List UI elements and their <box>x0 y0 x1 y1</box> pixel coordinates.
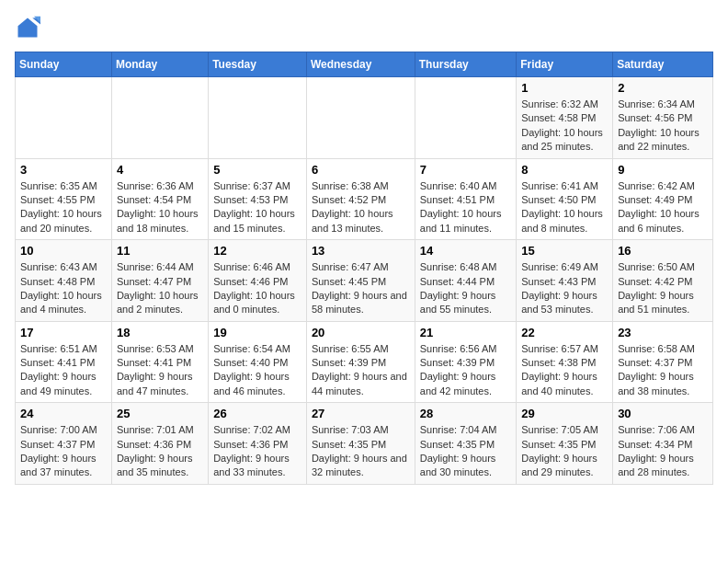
calendar-cell: 22Sunrise: 6:57 AM Sunset: 4:38 PM Dayli… <box>517 321 613 403</box>
day-header-saturday: Saturday <box>613 52 713 77</box>
day-info: Sunrise: 6:44 AM Sunset: 4:47 PM Dayligh… <box>117 260 203 317</box>
svg-marker-0 <box>18 18 38 38</box>
calendar-header: SundayMondayTuesdayWednesdayThursdayFrid… <box>16 52 713 77</box>
day-info: Sunrise: 6:53 AM Sunset: 4:41 PM Dayligh… <box>117 342 203 399</box>
day-number: 21 <box>420 326 511 339</box>
logo <box>15 15 44 40</box>
day-number: 20 <box>312 326 410 339</box>
day-info: Sunrise: 6:47 AM Sunset: 4:45 PM Dayligh… <box>312 260 410 317</box>
day-info: Sunrise: 6:50 AM Sunset: 4:42 PM Dayligh… <box>618 260 708 317</box>
calendar-cell <box>306 77 415 159</box>
day-number: 18 <box>117 326 203 339</box>
day-info: Sunrise: 6:40 AM Sunset: 4:51 PM Dayligh… <box>420 179 511 236</box>
calendar-cell: 13Sunrise: 6:47 AM Sunset: 4:45 PM Dayli… <box>306 240 415 322</box>
day-number: 29 <box>521 407 608 420</box>
day-info: Sunrise: 7:06 AM Sunset: 4:34 PM Dayligh… <box>618 423 708 480</box>
calendar-cell: 30Sunrise: 7:06 AM Sunset: 4:34 PM Dayli… <box>613 403 713 485</box>
calendar-cell: 2Sunrise: 6:34 AM Sunset: 4:56 PM Daylig… <box>613 77 713 159</box>
calendar-cell: 28Sunrise: 7:04 AM Sunset: 4:35 PM Dayli… <box>415 403 516 485</box>
day-number: 6 <box>312 163 410 177</box>
day-number: 24 <box>20 407 107 420</box>
day-info: Sunrise: 7:01 AM Sunset: 4:36 PM Dayligh… <box>117 423 203 480</box>
day-info: Sunrise: 6:42 AM Sunset: 4:49 PM Dayligh… <box>618 179 708 236</box>
day-info: Sunrise: 6:35 AM Sunset: 4:55 PM Dayligh… <box>20 179 107 236</box>
calendar-cell: 24Sunrise: 7:00 AM Sunset: 4:37 PM Dayli… <box>16 403 112 485</box>
calendar-cell <box>16 77 112 159</box>
day-number: 1 <box>521 81 608 95</box>
day-number: 23 <box>618 326 708 339</box>
day-number: 17 <box>20 326 107 339</box>
calendar-cell: 10Sunrise: 6:43 AM Sunset: 4:48 PM Dayli… <box>16 240 112 322</box>
calendar-cell: 7Sunrise: 6:40 AM Sunset: 4:51 PM Daylig… <box>415 158 516 240</box>
calendar-cell: 21Sunrise: 6:56 AM Sunset: 4:39 PM Dayli… <box>415 321 516 403</box>
calendar-cell <box>111 77 208 159</box>
day-number: 2 <box>618 81 708 95</box>
day-info: Sunrise: 6:36 AM Sunset: 4:54 PM Dayligh… <box>117 179 203 236</box>
day-number: 5 <box>213 163 301 177</box>
day-info: Sunrise: 7:02 AM Sunset: 4:36 PM Dayligh… <box>213 423 301 480</box>
day-info: Sunrise: 6:37 AM Sunset: 4:53 PM Dayligh… <box>213 179 301 236</box>
day-info: Sunrise: 6:41 AM Sunset: 4:50 PM Dayligh… <box>521 179 608 236</box>
day-number: 16 <box>618 244 708 258</box>
week-row-2: 3Sunrise: 6:35 AM Sunset: 4:55 PM Daylig… <box>16 158 713 240</box>
day-number: 3 <box>20 163 107 177</box>
day-number: 8 <box>521 163 608 177</box>
day-info: Sunrise: 7:04 AM Sunset: 4:35 PM Dayligh… <box>420 423 511 480</box>
calendar-body: 1Sunrise: 6:32 AM Sunset: 4:58 PM Daylig… <box>16 77 713 485</box>
day-info: Sunrise: 6:57 AM Sunset: 4:38 PM Dayligh… <box>521 342 608 399</box>
day-info: Sunrise: 6:46 AM Sunset: 4:46 PM Dayligh… <box>213 260 301 317</box>
calendar-cell: 17Sunrise: 6:51 AM Sunset: 4:41 PM Dayli… <box>16 321 112 403</box>
day-number: 27 <box>312 407 410 420</box>
calendar-cell: 27Sunrise: 7:03 AM Sunset: 4:35 PM Dayli… <box>306 403 415 485</box>
calendar-cell: 3Sunrise: 6:35 AM Sunset: 4:55 PM Daylig… <box>16 158 112 240</box>
day-info: Sunrise: 6:32 AM Sunset: 4:58 PM Dayligh… <box>521 98 608 155</box>
page-header <box>15 15 713 40</box>
day-header-sunday: Sunday <box>16 52 112 77</box>
week-row-5: 24Sunrise: 7:00 AM Sunset: 4:37 PM Dayli… <box>16 403 713 485</box>
day-number: 9 <box>618 163 708 177</box>
calendar-cell: 25Sunrise: 7:01 AM Sunset: 4:36 PM Dayli… <box>111 403 208 485</box>
day-header-wednesday: Wednesday <box>306 52 415 77</box>
day-info: Sunrise: 6:51 AM Sunset: 4:41 PM Dayligh… <box>20 342 107 399</box>
calendar-table: SundayMondayTuesdayWednesdayThursdayFrid… <box>15 52 713 485</box>
calendar-cell: 23Sunrise: 6:58 AM Sunset: 4:37 PM Dayli… <box>613 321 713 403</box>
day-info: Sunrise: 6:58 AM Sunset: 4:37 PM Dayligh… <box>618 342 708 399</box>
calendar-cell: 5Sunrise: 6:37 AM Sunset: 4:53 PM Daylig… <box>209 158 307 240</box>
day-header-friday: Friday <box>517 52 613 77</box>
week-row-4: 17Sunrise: 6:51 AM Sunset: 4:41 PM Dayli… <box>16 321 713 403</box>
day-header-thursday: Thursday <box>415 52 516 77</box>
day-info: Sunrise: 6:54 AM Sunset: 4:40 PM Dayligh… <box>213 342 301 399</box>
calendar-cell: 1Sunrise: 6:32 AM Sunset: 4:58 PM Daylig… <box>517 77 613 159</box>
day-info: Sunrise: 6:34 AM Sunset: 4:56 PM Dayligh… <box>618 98 708 155</box>
calendar-cell: 26Sunrise: 7:02 AM Sunset: 4:36 PM Dayli… <box>209 403 307 485</box>
day-info: Sunrise: 6:48 AM Sunset: 4:44 PM Dayligh… <box>420 260 511 317</box>
header-row: SundayMondayTuesdayWednesdayThursdayFrid… <box>16 52 713 77</box>
calendar-cell: 6Sunrise: 6:38 AM Sunset: 4:52 PM Daylig… <box>306 158 415 240</box>
calendar-cell <box>415 77 516 159</box>
calendar-cell: 19Sunrise: 6:54 AM Sunset: 4:40 PM Dayli… <box>209 321 307 403</box>
calendar-cell: 16Sunrise: 6:50 AM Sunset: 4:42 PM Dayli… <box>613 240 713 322</box>
day-info: Sunrise: 6:49 AM Sunset: 4:43 PM Dayligh… <box>521 260 608 317</box>
day-number: 12 <box>213 244 301 258</box>
calendar-cell: 29Sunrise: 7:05 AM Sunset: 4:35 PM Dayli… <box>517 403 613 485</box>
day-number: 25 <box>117 407 203 420</box>
day-info: Sunrise: 6:43 AM Sunset: 4:48 PM Dayligh… <box>20 260 107 317</box>
calendar-cell: 8Sunrise: 6:41 AM Sunset: 4:50 PM Daylig… <box>517 158 613 240</box>
calendar-cell: 9Sunrise: 6:42 AM Sunset: 4:49 PM Daylig… <box>613 158 713 240</box>
day-number: 4 <box>117 163 203 177</box>
day-header-tuesday: Tuesday <box>209 52 307 77</box>
day-number: 13 <box>312 244 410 258</box>
day-info: Sunrise: 6:55 AM Sunset: 4:39 PM Dayligh… <box>312 342 410 399</box>
day-info: Sunrise: 7:03 AM Sunset: 4:35 PM Dayligh… <box>312 423 410 480</box>
day-number: 11 <box>117 244 203 258</box>
day-info: Sunrise: 7:05 AM Sunset: 4:35 PM Dayligh… <box>521 423 608 480</box>
calendar-cell <box>209 77 307 159</box>
logo-icon <box>15 15 40 40</box>
calendar-cell: 14Sunrise: 6:48 AM Sunset: 4:44 PM Dayli… <box>415 240 516 322</box>
day-info: Sunrise: 6:56 AM Sunset: 4:39 PM Dayligh… <box>420 342 511 399</box>
calendar-cell: 15Sunrise: 6:49 AM Sunset: 4:43 PM Dayli… <box>517 240 613 322</box>
calendar-cell: 12Sunrise: 6:46 AM Sunset: 4:46 PM Dayli… <box>209 240 307 322</box>
day-number: 14 <box>420 244 511 258</box>
day-number: 7 <box>420 163 511 177</box>
calendar-cell: 4Sunrise: 6:36 AM Sunset: 4:54 PM Daylig… <box>111 158 208 240</box>
